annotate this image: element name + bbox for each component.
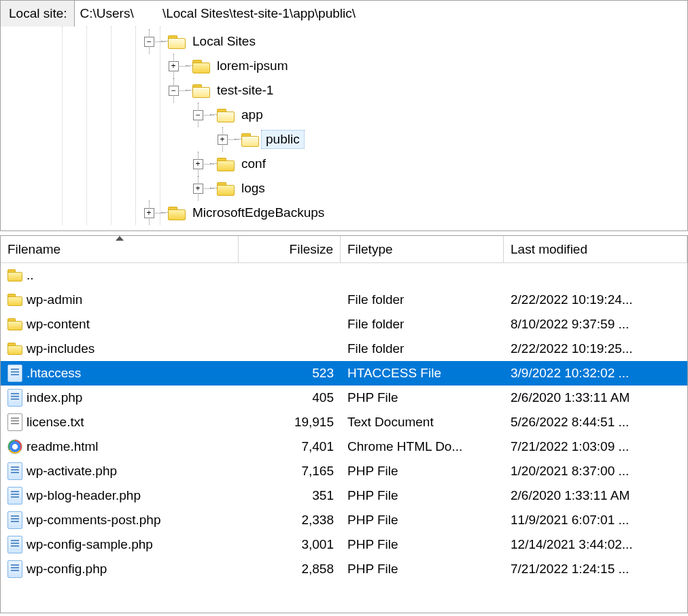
file-date: 7/21/2022 1:03:09 ... bbox=[504, 439, 687, 454]
file-type: PHP File bbox=[341, 488, 504, 503]
local-site-pathbar: Local site: bbox=[1, 1, 687, 27]
tree-item[interactable]: −Local Sites bbox=[1, 29, 687, 54]
column-header-filesize[interactable]: Filesize bbox=[239, 236, 341, 262]
folder-icon bbox=[7, 318, 22, 330]
file-name: license.txt bbox=[27, 415, 84, 430]
file-type: PHP File bbox=[341, 562, 504, 577]
expand-icon[interactable]: + bbox=[169, 61, 179, 71]
expand-icon[interactable]: + bbox=[193, 184, 203, 194]
file-row[interactable]: wp-activate.php7,165PHP File1/20/2021 8:… bbox=[1, 459, 687, 483]
tree-item[interactable]: +MicrosoftEdgeBackups bbox=[1, 201, 687, 225]
tree-item-label: public bbox=[262, 131, 304, 148]
expand-icon[interactable]: + bbox=[193, 159, 203, 169]
expand-icon[interactable]: + bbox=[144, 208, 154, 218]
file-name: wp-config.php bbox=[27, 562, 107, 577]
file-row[interactable]: wp-blog-header.php351PHP File2/6/2020 1:… bbox=[1, 483, 687, 508]
tree-item-label: logs bbox=[237, 179, 269, 197]
local-site-path-input[interactable] bbox=[75, 1, 687, 27]
file-date: 12/14/2021 3:44:02... bbox=[504, 537, 687, 552]
file-size: 7,165 bbox=[239, 464, 341, 479]
file-name: wp-comments-post.php bbox=[27, 513, 160, 528]
file-type: HTACCESS File bbox=[341, 366, 504, 381]
file-date: 11/9/2021 6:07:01 ... bbox=[504, 513, 687, 528]
column-header-filetype[interactable]: Filetype bbox=[341, 236, 504, 262]
txt-file-icon bbox=[7, 413, 22, 431]
file-name: readme.html bbox=[27, 439, 99, 454]
collapse-icon[interactable]: − bbox=[193, 110, 203, 120]
file-list-pane: Filename Filesize Filetype Last modified… bbox=[0, 235, 688, 613]
file-row[interactable]: index.php405PHP File2/6/2020 1:33:11 AM bbox=[1, 386, 687, 410]
folder-icon bbox=[241, 132, 259, 147]
php-file-icon bbox=[7, 462, 22, 480]
chrome-icon bbox=[7, 439, 22, 454]
folder-icon bbox=[168, 34, 186, 49]
folder-icon bbox=[168, 205, 186, 220]
file-date: 2/6/2020 1:33:11 AM bbox=[504, 488, 687, 503]
folder-icon bbox=[7, 343, 22, 355]
file-row[interactable]: wp-adminFile folder2/22/2022 10:19:24... bbox=[1, 288, 687, 312]
tree-item[interactable]: +conf bbox=[1, 152, 687, 176]
php-file-icon bbox=[7, 511, 22, 529]
folder-icon bbox=[7, 269, 22, 281]
expand-icon[interactable]: + bbox=[218, 135, 228, 145]
file-row[interactable]: wp-contentFile folder8/10/2022 9:37:59 .… bbox=[1, 312, 687, 337]
file-name: wp-content bbox=[27, 317, 90, 332]
file-row[interactable]: readme.html7,401Chrome HTML Do...7/21/20… bbox=[1, 434, 687, 459]
file-row[interactable]: license.txt19,915Text Document5/26/2022 … bbox=[1, 410, 687, 434]
php-file-icon bbox=[7, 389, 22, 407]
file-list-body[interactable]: ..wp-adminFile folder2/22/2022 10:19:24.… bbox=[1, 263, 687, 581]
file-type: PHP File bbox=[341, 537, 504, 552]
file-row[interactable]: .. bbox=[1, 263, 687, 288]
file-row[interactable]: wp-includesFile folder2/22/2022 10:19:25… bbox=[1, 337, 687, 361]
folder-icon bbox=[217, 107, 235, 122]
file-row[interactable]: wp-config-sample.php3,001PHP File12/14/2… bbox=[1, 532, 687, 557]
tree-item-label: lorem-ipsum bbox=[213, 57, 292, 75]
file-type: File folder bbox=[341, 341, 504, 356]
tree-item-label: test-site-1 bbox=[213, 82, 277, 99]
tree-item[interactable]: +lorem-ipsum bbox=[1, 54, 687, 78]
folder-icon bbox=[192, 83, 210, 98]
column-header-lastmodified[interactable]: Last modified bbox=[504, 236, 687, 262]
file-date: 3/9/2022 10:32:02 ... bbox=[504, 366, 687, 381]
file-size: 19,915 bbox=[239, 415, 341, 430]
php-file-icon bbox=[7, 560, 22, 578]
tree-item-label: MicrosoftEdgeBackups bbox=[188, 204, 328, 222]
file-type: PHP File bbox=[341, 464, 504, 479]
tree-item[interactable]: −app bbox=[1, 103, 687, 127]
column-header-filename[interactable]: Filename bbox=[1, 236, 239, 262]
file-size: 3,001 bbox=[239, 537, 341, 552]
tree-item[interactable]: −test-site-1 bbox=[1, 78, 687, 103]
file-name: wp-activate.php bbox=[27, 464, 117, 479]
folder-icon bbox=[217, 156, 235, 171]
file-name: wp-includes bbox=[27, 341, 94, 356]
file-type: PHP File bbox=[341, 390, 504, 405]
file-date: 2/22/2022 10:19:25... bbox=[504, 341, 687, 356]
tree-item[interactable]: +public bbox=[1, 127, 687, 152]
folder-icon bbox=[217, 181, 235, 196]
file-date: 8/10/2022 9:37:59 ... bbox=[504, 317, 687, 332]
file-type: Chrome HTML Do... bbox=[341, 439, 504, 454]
tree-item-label: conf bbox=[237, 155, 270, 173]
sort-ascending-icon bbox=[116, 236, 124, 241]
file-list-header: Filename Filesize Filetype Last modified bbox=[1, 236, 687, 263]
file-type: File folder bbox=[341, 292, 504, 307]
tree-item-label: app bbox=[237, 106, 267, 124]
file-date: 1/20/2021 8:37:00 ... bbox=[504, 464, 687, 479]
file-date: 7/21/2022 1:24:15 ... bbox=[504, 562, 687, 577]
file-row[interactable]: .htaccess523HTACCESS File3/9/2022 10:32:… bbox=[1, 361, 687, 386]
tree-item[interactable]: +logs bbox=[1, 176, 687, 201]
php-file-icon bbox=[7, 487, 22, 504]
file-name: .. bbox=[27, 268, 34, 283]
file-date: 5/26/2022 8:44:51 ... bbox=[504, 415, 687, 430]
file-name: wp-admin bbox=[27, 292, 82, 307]
file-type: File folder bbox=[341, 317, 504, 332]
folder-icon bbox=[7, 294, 22, 306]
file-row[interactable]: wp-comments-post.php2,338PHP File11/9/20… bbox=[1, 508, 687, 532]
file-row[interactable]: wp-config.php2,858PHP File7/21/2022 1:24… bbox=[1, 557, 687, 581]
file-date: 2/6/2020 1:33:11 AM bbox=[504, 390, 687, 405]
collapse-icon[interactable]: − bbox=[144, 37, 154, 47]
folder-tree[interactable]: −Local Sites+lorem-ipsum−test-site-1−app… bbox=[1, 27, 687, 230]
file-size: 523 bbox=[239, 366, 341, 381]
collapse-icon[interactable]: − bbox=[169, 86, 179, 96]
folder-icon bbox=[192, 58, 210, 73]
